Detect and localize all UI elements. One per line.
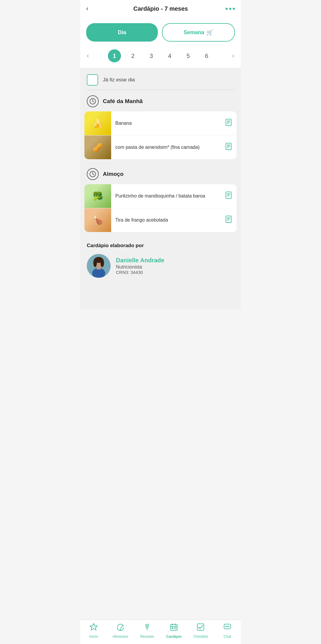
clock-svg-2 [89, 171, 96, 177]
svg-line-2 [93, 101, 94, 102]
view-toggle: Dia Semana 🛒 [80, 17, 241, 46]
manioc-label: Purêzinho de mandioquinha / batata baroa [111, 190, 221, 202]
header: ‹ Cardápio - 7 meses [80, 0, 241, 17]
almoco-section: Almoço 🥦 Purêzinho de mandioquinha / bat… [80, 163, 241, 232]
food-item-peanut[interactable]: 🥜 com pasta de amendoim* (fina camada) [84, 135, 237, 159]
svg-point-26 [100, 259, 104, 267]
dot2 [229, 8, 231, 10]
done-checkbox[interactable] [87, 74, 98, 86]
manioc-image: 🥦 [84, 184, 111, 208]
day-3-button[interactable]: 3 [145, 49, 158, 62]
chicken-receipt-button[interactable] [221, 212, 237, 228]
chat-label: Chat [224, 634, 231, 639]
dot1 [226, 8, 228, 10]
food-item-manioc[interactable]: 🥦 Purêzinho de mandioquinha / batata bar… [84, 184, 237, 208]
almoco-header: Almoço [80, 168, 241, 184]
food-item-chicken[interactable]: 🍗 Tira de frango acebolada [84, 208, 237, 232]
check-icon [196, 623, 205, 633]
nav-cardapio[interactable]: Cardápio [160, 623, 187, 639]
cafe-header: Café da Manhã [80, 95, 241, 111]
checklist-label: Checklist [193, 634, 208, 639]
nav-chat[interactable]: Chat [214, 623, 241, 639]
back-button[interactable]: ‹ [86, 5, 96, 12]
cafe-section: Café da Manhã 🍌 Banana 🥜 com pasta de am… [80, 90, 241, 159]
svg-point-44 [228, 626, 229, 627]
svg-line-13 [93, 174, 94, 175]
svg-rect-14 [226, 192, 231, 198]
inicio-label: Início [89, 634, 98, 639]
receitas-label: Receitas [140, 634, 154, 639]
svg-rect-28 [97, 266, 101, 269]
svg-rect-3 [226, 119, 231, 126]
banana-image: 🍌 [84, 111, 111, 135]
elaborado-section: Cardápio elaborado por Dani [80, 236, 241, 282]
nutritionist-title: Nutricionista [116, 264, 164, 270]
chicken-label: Tira de frango acebolada [111, 214, 221, 226]
svg-point-42 [225, 626, 226, 627]
page-title: Cardápio - 7 meses [96, 5, 226, 12]
cafe-clock-icon [87, 95, 99, 107]
next-day-button[interactable]: › [229, 51, 237, 61]
svg-rect-38 [172, 627, 173, 629]
svg-rect-18 [226, 216, 231, 222]
semana-button[interactable]: Semana 🛒 [162, 23, 235, 42]
done-row: Já fiz esse dia [80, 68, 241, 90]
nutritionist-name: Danielle Andrade [116, 257, 164, 264]
nav-receitas[interactable]: Receitas [134, 623, 160, 639]
cafe-food-card: 🍌 Banana 🥜 com pasta de amendoim* (fina … [84, 111, 237, 159]
svg-rect-34 [171, 624, 177, 630]
prev-day-button[interactable]: ‹ [84, 51, 92, 61]
food-item-banana[interactable]: 🍌 Banana [84, 111, 237, 135]
peanut-receipt-button[interactable] [221, 140, 237, 155]
done-label: Já fiz esse dia [103, 77, 135, 83]
nutritionist-crn: CRN3: 34430 [116, 270, 164, 275]
nutritionist-avatar [87, 254, 111, 278]
almoco-food-card: 🥦 Purêzinho de mandioquinha / batata bar… [84, 184, 237, 232]
avatar-svg [87, 254, 111, 278]
chicken-image: 🍗 [84, 208, 111, 232]
day-1-button[interactable]: 1 [108, 49, 121, 62]
day-4-button[interactable]: 4 [163, 49, 176, 62]
banana-label: Banana [111, 117, 221, 130]
nav-alimentos[interactable]: Alimentos [107, 623, 134, 639]
chat-icon [223, 623, 232, 633]
almoco-title: Almoço [103, 171, 124, 177]
cardapio-label: Cardápio [166, 634, 182, 639]
semana-label: Semana [184, 29, 204, 36]
nav-checklist[interactable]: Checklist [187, 623, 214, 639]
svg-rect-7 [226, 143, 231, 150]
more-options-button[interactable] [226, 8, 235, 10]
dia-button[interactable]: Dia [86, 23, 158, 42]
bottom-spacer [80, 282, 241, 309]
calendar-icon [170, 623, 178, 633]
cart-icon: 🛒 [207, 29, 213, 36]
svg-point-43 [227, 626, 228, 627]
banana-receipt-button[interactable] [221, 116, 237, 131]
cafe-title: Café da Manhã [103, 98, 143, 105]
day-5-button[interactable]: 5 [182, 49, 195, 62]
bottom-nav: Início Alimentos Receitas [80, 620, 241, 644]
nav-inicio[interactable]: Início [80, 623, 107, 639]
clock-svg [89, 98, 96, 105]
svg-point-25 [93, 259, 97, 267]
elaborado-title: Cardápio elaborado por [87, 243, 234, 249]
leaf-icon [116, 623, 125, 633]
dot3 [233, 8, 235, 10]
fork-icon [143, 623, 151, 633]
day-2-button[interactable]: 2 [126, 49, 139, 62]
nutritionist-info: Danielle Andrade Nutricionista CRN3: 344… [116, 257, 164, 275]
manioc-receipt-button[interactable] [221, 188, 237, 204]
almoco-clock-icon [87, 168, 99, 180]
nutritionist-card: Danielle Andrade Nutricionista CRN3: 344… [87, 254, 234, 278]
peanut-label: com pasta de amendoim* (fina camada) [111, 141, 221, 154]
day-numbers: 1 2 3 4 5 6 [108, 49, 213, 62]
content-area: Já fiz esse dia Café da Manhã 🍌 Banana [80, 68, 241, 309]
day-6-button[interactable]: 6 [200, 49, 213, 62]
peanut-image: 🥜 [84, 135, 111, 159]
svg-marker-29 [90, 624, 97, 630]
day-selector: ‹ 1 2 3 4 5 6 › [80, 46, 241, 68]
svg-rect-39 [174, 627, 176, 629]
star-icon [89, 623, 98, 633]
alimentos-label: Alimentos [113, 634, 128, 639]
